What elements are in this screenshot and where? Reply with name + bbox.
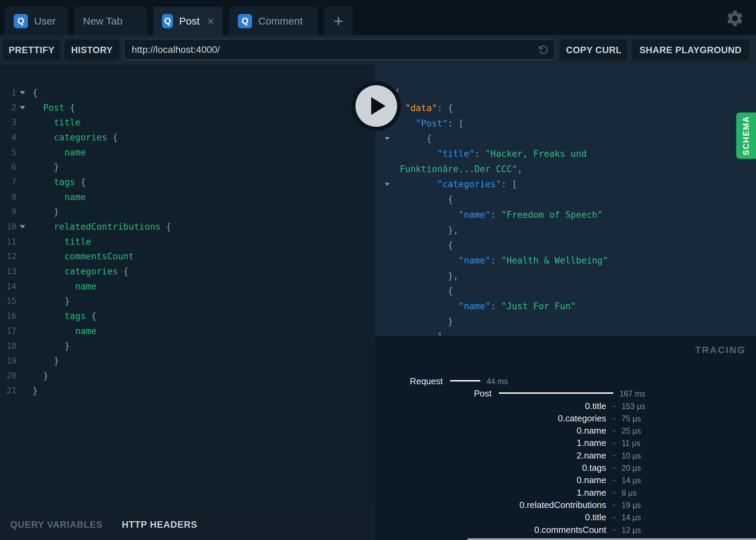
- editor-code-text: categories {: [32, 266, 129, 276]
- line-number: 18: [0, 341, 16, 351]
- execute-button[interactable]: [351, 81, 401, 131]
- editor-line[interactable]: 16 tags {: [0, 309, 375, 324]
- code-segment: [32, 103, 43, 113]
- editor-line[interactable]: 2 Post {: [0, 100, 375, 115]
- fold-arrow-icon[interactable]: [20, 91, 25, 94]
- response-code-text: "categories": [: [394, 179, 517, 189]
- editor-line[interactable]: 3 title: [0, 115, 375, 130]
- fold-arrow-icon[interactable]: [20, 225, 25, 228]
- code-segment: },: [394, 271, 459, 281]
- tab-label: User: [34, 15, 56, 27]
- editor-line[interactable]: 17 name: [0, 324, 375, 339]
- response-line: "name": "Health & Wellbeing": [375, 253, 756, 268]
- editor-line[interactable]: 11 title: [0, 234, 375, 249]
- editor-line[interactable]: 21}: [0, 383, 375, 398]
- editor-code-text: tags {: [32, 177, 86, 187]
- query-editor[interactable]: 1{2 Post {3 title4 categories {5 name6 }…: [0, 65, 375, 540]
- editor-line[interactable]: 18 }: [0, 339, 375, 354]
- trace-field-row: 0.relatedContributions-19 μs: [375, 498, 756, 511]
- code-segment: [32, 177, 54, 187]
- line-number: 1: [0, 88, 16, 97]
- code-segment: title: [54, 117, 81, 127]
- response-code-text: "name": "Just For Fun": [394, 301, 576, 311]
- code-segment: "Freedom of Speech": [501, 210, 602, 220]
- settings-gear-icon[interactable]: [725, 9, 744, 28]
- trace-label: 0.name: [375, 475, 606, 485]
- fold-arrow-icon[interactable]: [385, 183, 390, 186]
- code-segment: [394, 164, 400, 174]
- editor-line[interactable]: 20 }: [0, 368, 375, 383]
- code-segment: name: [75, 281, 97, 291]
- trace-span-post: Post167 ms: [375, 387, 756, 399]
- query-variables-tab[interactable]: QUERY VARIABLES: [10, 520, 103, 530]
- line-number: 12: [0, 252, 16, 261]
- response-code-text: Funktionäre...Der CCC",: [394, 164, 523, 174]
- trace-label: 1.name: [375, 438, 606, 448]
- code-segment: {: [394, 240, 453, 250]
- code-segment: [32, 147, 64, 158]
- tab-bar: QUserNew TabQPost×QComment+: [0, 0, 756, 35]
- editor-line[interactable]: 6 }: [0, 160, 375, 175]
- code-segment: }: [32, 341, 70, 351]
- trace-dash: -: [613, 413, 615, 423]
- fold-arrow-icon[interactable]: [20, 106, 25, 109]
- editor-line[interactable]: 9 }: [0, 205, 375, 220]
- tracing-scrollbar[interactable]: [467, 538, 756, 540]
- tab-user[interactable]: QUser: [5, 7, 68, 35]
- code-segment: {: [394, 194, 453, 205]
- new-tab-button[interactable]: +: [324, 7, 353, 35]
- editor-line[interactable]: 5 name: [0, 145, 375, 160]
- fold-gutter: [375, 183, 394, 186]
- prettify-button[interactable]: PRETTIFY: [3, 40, 60, 61]
- response-code-text: "title": "Hacker, Freaks und: [394, 149, 587, 159]
- trace-dash: -: [613, 487, 615, 497]
- trace-label: 0.tags: [375, 463, 606, 473]
- trace-field-row: 1.name-8 μs: [375, 486, 756, 498]
- tab-new-tab[interactable]: New Tab: [74, 7, 147, 35]
- editor-line[interactable]: 1{: [0, 85, 375, 100]
- response-line: "name": "Freedom of Speech": [375, 207, 756, 223]
- editor-line[interactable]: 14 name: [0, 279, 375, 294]
- endpoint-url-input[interactable]: [131, 40, 528, 60]
- line-number: 15: [0, 296, 16, 306]
- editor-line[interactable]: 12 commentsCount: [0, 249, 375, 264]
- fold-gutter: [16, 91, 32, 94]
- response-code-text: "name": "Health & Wellbeing": [394, 255, 608, 266]
- editor-line[interactable]: 19 }: [0, 353, 375, 368]
- editor-line[interactable]: 8 name: [0, 190, 375, 205]
- response-code-text: {: [394, 286, 453, 296]
- response-viewer: { "data": { "Post": [ { "title": "Hacker…: [375, 65, 756, 336]
- fold-gutter: [16, 106, 32, 109]
- trace-dash: -: [613, 525, 615, 534]
- editor-line[interactable]: 7 tags {: [0, 175, 375, 190]
- code-segment: {: [394, 133, 432, 144]
- line-number: 4: [0, 133, 16, 142]
- query-badge-icon: Q: [14, 14, 28, 28]
- trace-label: 1.name: [375, 487, 606, 498]
- schema-side-tab-label: SCHEMA: [741, 116, 751, 155]
- tab-post[interactable]: QPost×: [153, 7, 223, 35]
- editor-line[interactable]: 4 categories {: [0, 130, 375, 145]
- fold-arrow-icon[interactable]: [385, 137, 390, 140]
- code-segment: name: [64, 147, 86, 158]
- editor-code-text: categories {: [32, 132, 118, 142]
- editor-line[interactable]: 13 categories {: [0, 264, 375, 279]
- editor-line[interactable]: 10 relatedContributions {: [0, 219, 375, 234]
- reload-schema-icon[interactable]: [537, 43, 550, 56]
- code-segment: "data": [405, 103, 437, 113]
- code-segment: [32, 281, 75, 291]
- history-button[interactable]: HISTORY: [64, 40, 119, 61]
- editor-code-text: relatedContributions {: [32, 222, 171, 232]
- tab-comment[interactable]: QComment: [229, 7, 318, 35]
- editor-code-text: }: [32, 296, 70, 306]
- editor-code-text: title: [32, 237, 91, 247]
- editor-line[interactable]: 15 }: [0, 294, 375, 309]
- response-line: },: [375, 268, 756, 283]
- copy-curl-button[interactable]: COPY CURL: [560, 40, 627, 61]
- http-headers-tab[interactable]: HTTP HEADERS: [122, 520, 198, 530]
- response-line: {: [375, 131, 756, 146]
- schema-side-tab[interactable]: SCHEMA: [736, 112, 756, 159]
- trace-dash: -: [613, 401, 615, 410]
- share-playground-button[interactable]: SHARE PLAYGROUND: [632, 40, 749, 61]
- close-tab-icon[interactable]: ×: [207, 15, 214, 27]
